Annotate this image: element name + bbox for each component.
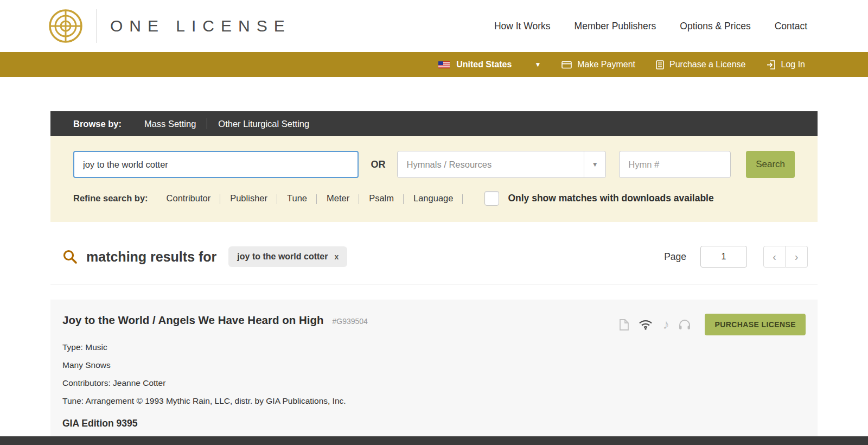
login-icon	[767, 60, 776, 69]
hymnals-resources-placeholder: Hymnals / Resources	[398, 160, 584, 170]
brand-divider	[97, 9, 97, 43]
refine-search-label: Refine search by:	[73, 193, 148, 204]
prev-page-button[interactable]: ‹	[763, 246, 786, 268]
or-label: OR	[371, 159, 385, 170]
refine-language[interactable]: Language	[404, 193, 463, 204]
search-query-input[interactable]	[73, 151, 359, 178]
onelicense-logo-icon	[48, 8, 84, 44]
purchase-license-link[interactable]: Purchase a License	[656, 60, 746, 69]
log-in-link[interactable]: Log In	[767, 60, 805, 69]
search-term-chip: joy to the world cotter x	[228, 246, 347, 267]
hymn-number-input[interactable]	[619, 151, 731, 178]
refine-meter[interactable]: Meter	[317, 193, 359, 204]
result-type: Type: Music	[62, 342, 806, 352]
purchase-license-button[interactable]: PURCHASE LICENSE	[705, 314, 806, 335]
site-header: ONE LICENSE How It Works Member Publishe…	[0, 0, 868, 52]
refine-tune[interactable]: Tune	[277, 193, 317, 204]
utility-bar: United States ▼ Make Payment Purchase a …	[0, 52, 868, 77]
result-title[interactable]: Joy to the World / Angels We Have Heard …	[62, 314, 323, 327]
document-icon	[656, 60, 664, 69]
music-note-icon: ♪	[662, 318, 669, 331]
us-flag-icon	[438, 61, 450, 68]
country-label: United States	[456, 60, 512, 69]
purchase-license-label: Purchase a License	[669, 60, 746, 69]
result-collection: Many Snows	[62, 360, 806, 370]
nav-options-prices[interactable]: Options & Prices	[680, 21, 750, 32]
results-divider	[50, 284, 818, 284]
main-nav: How It Works Member Publishers Options &…	[494, 21, 807, 32]
result-tune: Tune: Arrangement © 1993 Mythic Rain, LL…	[62, 396, 806, 406]
refine-publisher[interactable]: Publisher	[220, 193, 277, 204]
file-icon	[620, 319, 629, 330]
browse-other-liturgical-setting[interactable]: Other Liturgical Setting	[207, 119, 320, 129]
page-number-input[interactable]	[700, 246, 747, 268]
headphones-icon	[679, 319, 691, 330]
result-edition: GIA Edition 9395	[62, 418, 806, 429]
search-panel: OR Hymnals / Resources ▼ Search Refine s…	[50, 136, 818, 222]
downloads-available-checkbox[interactable]	[484, 191, 499, 206]
log-in-label: Log In	[781, 60, 805, 69]
search-button[interactable]: Search	[746, 151, 795, 178]
nav-contact[interactable]: Contact	[775, 21, 807, 32]
nav-member-publishers[interactable]: Member Publishers	[575, 21, 656, 32]
result-card: Joy to the World / Angels We Have Heard …	[50, 300, 818, 445]
brand-name: ONE LICENSE	[110, 17, 291, 35]
search-term-chip-label: joy to the world cotter	[237, 252, 328, 262]
chip-close-icon[interactable]: x	[334, 252, 339, 261]
wifi-icon	[639, 319, 653, 330]
refine-contributor[interactable]: Contributor	[157, 193, 221, 204]
nav-how-it-works[interactable]: How It Works	[494, 21, 551, 32]
page-label: Page	[664, 251, 686, 263]
result-contributors: Contributors: Jeanne Cotter	[62, 378, 806, 388]
footer-strip	[0, 436, 868, 445]
search-module: Browse by: Mass Setting Other Liturgical…	[50, 111, 818, 222]
chevron-down-icon[interactable]: ▼	[534, 61, 541, 68]
refine-psalm[interactable]: Psalm	[359, 193, 404, 204]
chevron-down-icon[interactable]: ▼	[584, 151, 605, 177]
browse-by-label: Browse by:	[73, 119, 122, 129]
make-payment-label: Make Payment	[577, 60, 635, 69]
pager: ‹ ›	[763, 246, 808, 268]
downloads-available-label: Only show matches with downloads availab…	[508, 193, 713, 204]
result-id: #G939504	[332, 317, 367, 326]
credit-card-icon	[561, 61, 572, 69]
browse-bar: Browse by: Mass Setting Other Liturgical…	[50, 111, 818, 136]
make-payment-link[interactable]: Make Payment	[561, 60, 635, 69]
results-heading: matching results for	[86, 249, 216, 265]
hymnals-resources-select[interactable]: Hymnals / Resources ▼	[397, 151, 606, 178]
results-header: matching results for joy to the world co…	[50, 246, 818, 268]
search-icon	[62, 249, 78, 264]
brand[interactable]: ONE LICENSE	[48, 8, 291, 44]
next-page-button[interactable]: ›	[786, 246, 808, 268]
browse-mass-setting[interactable]: Mass Setting	[133, 119, 207, 129]
country-selector[interactable]: United States ▼	[438, 60, 541, 69]
